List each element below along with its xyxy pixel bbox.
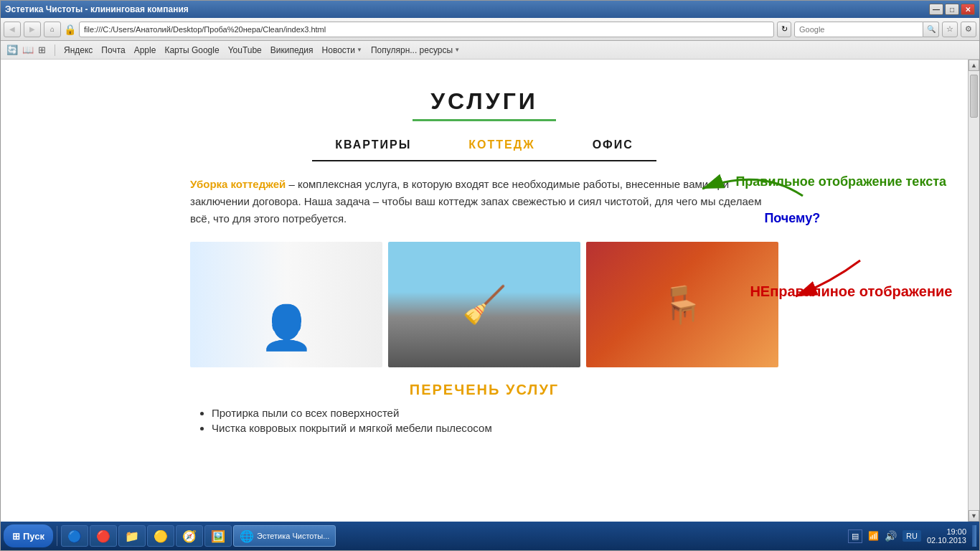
tab-apartments[interactable]: КВАРТИРЫ <box>306 133 440 157</box>
bookmarks-divider <box>55 44 55 56</box>
nav-extra-buttons: ☆ ⚙ <box>942 22 976 37</box>
bookmark-list-icon[interactable]: 📖 <box>22 44 34 55</box>
bookmark-apple[interactable]: Apple <box>134 45 156 55</box>
taskbar-right: ▤ 📶 🔊 RU 19:00 02.10.2013 <box>848 525 976 547</box>
lock-icon: 🔒 <box>64 24 76 35</box>
close-button[interactable]: ✕ <box>961 4 975 15</box>
webpage[interactable]: УСЛУГИ КВАРТИРЫ КОТТЕДЖ ОФИС Уборка котт… <box>1 60 968 522</box>
bookmark-grid-icon[interactable]: ⊞ <box>38 44 46 55</box>
popular-dropdown-arrow: ▼ <box>454 47 460 53</box>
bookmark-wikipedia[interactable]: Википедия <box>270 45 314 55</box>
bookmark-popular[interactable]: Популярн... ресурсы ▼ <box>371 45 460 55</box>
window-title: Эстетика Чистоты - клининговая компания <box>5 4 189 14</box>
tab-cottage[interactable]: КОТТЕДЖ <box>440 133 563 157</box>
windows-logo-icon: ⊞ <box>12 531 20 542</box>
services-list: Протирка пыли со всех поверхностей Чистк… <box>190 407 778 434</box>
bookmarks-bar: 🔄 📖 ⊞ Яндекс Почта Apple Карты Google Yo… <box>1 41 979 60</box>
show-desktop-button[interactable] <box>972 525 976 547</box>
home-button[interactable]: ⌂ <box>44 22 61 37</box>
description-highlight: Уборка коттеджей <box>190 178 286 190</box>
clock-time: 19:00 <box>927 527 966 536</box>
images-row <box>190 242 778 367</box>
titlebar-buttons: — □ ✕ <box>929 4 975 15</box>
bookmark-read-icon[interactable]: 🔄 <box>6 44 18 55</box>
dining-room-image <box>586 242 778 367</box>
bookmark-youtube[interactable]: YouTube <box>228 45 262 55</box>
roof-cleaning-image <box>388 242 580 367</box>
tabs-underline <box>312 160 656 161</box>
tabs-container: КВАРТИРЫ КОТТЕДЖ ОФИС <box>190 133 778 157</box>
taskbar-icon-photos[interactable]: 🖼️ <box>204 525 232 547</box>
refresh-button[interactable]: ↻ <box>777 22 791 37</box>
taskbar-time: 19:00 02.10.2013 <box>927 527 966 545</box>
scrollbar[interactable]: ▲ ▼ <box>968 60 979 522</box>
search-input[interactable] <box>794 22 923 37</box>
address-bar-container: 🔒 ↻ <box>64 22 791 37</box>
back-button[interactable]: ◀ <box>4 22 21 37</box>
bookmark-maps[interactable]: Карты Google <box>164 45 219 55</box>
bookmark-icons: 🔄 📖 ⊞ <box>6 44 46 55</box>
section-underline <box>413 119 556 121</box>
network-icon[interactable]: 📶 <box>868 531 879 541</box>
description-text: Уборка коттеджей – комплексная услуга, в… <box>190 176 778 227</box>
active-item-label: Эстетика Чистоты... <box>257 532 329 540</box>
maximize-button[interactable]: □ <box>945 4 959 15</box>
star-button[interactable]: ☆ <box>942 22 958 37</box>
cleaning-interior-image <box>190 242 382 367</box>
taskbar-icon-explorer[interactable]: 📁 <box>118 525 146 547</box>
section-title: УСЛУГИ <box>190 88 778 115</box>
scrollbar-track[interactable] <box>969 71 979 510</box>
taskbar-icon-safari[interactable]: 🧭 <box>176 525 203 547</box>
bookmark-yandex[interactable]: Яндекс <box>64 45 93 55</box>
language-indicator[interactable]: RU <box>903 530 921 542</box>
show-desktop-icon[interactable]: ▤ <box>848 529 862 543</box>
service-image-2 <box>388 242 580 367</box>
taskbar: ⊞ Пуск 🔵 🔴 📁 🟡 🧭 🖼️ 🌐 Эстетика Чистоты..… <box>1 522 979 550</box>
scrollbar-up-button[interactable]: ▲ <box>969 60 979 71</box>
photos-icon: 🖼️ <box>211 529 225 543</box>
titlebar: Эстетика Чистоты - клининговая компания … <box>1 1 979 18</box>
settings-button[interactable]: ⚙ <box>961 22 976 37</box>
start-label: Пуск <box>23 531 44 542</box>
taskbar-icon-slides[interactable]: 🟡 <box>147 525 174 547</box>
clock-date: 02.10.2013 <box>927 536 966 545</box>
bookmark-mail[interactable]: Почта <box>101 45 125 55</box>
search-button[interactable]: 🔍 <box>923 22 939 37</box>
explorer-icon: 📁 <box>125 529 139 543</box>
slides-icon: 🟡 <box>154 529 168 543</box>
navbar: ◀ ▶ ⌂ 🔒 ↻ 🔍 ☆ ⚙ <box>1 18 979 41</box>
services-list-heading: ПЕРЕЧЕНЬ УСЛУГ <box>190 382 778 398</box>
taskbar-divider <box>57 526 57 546</box>
taskbar-icon-chrome[interactable]: 🔴 <box>90 525 117 547</box>
service-item-2: Чистка ковровых покрытий и мягкой мебели… <box>212 422 778 434</box>
service-image-3 <box>586 242 778 367</box>
bookmark-news[interactable]: Новости ▼ <box>322 45 362 55</box>
search-container: 🔍 <box>794 22 939 37</box>
scrollbar-thumb[interactable] <box>970 75 978 118</box>
scrollbar-down-button[interactable]: ▼ <box>969 510 979 522</box>
ie-icon: 🔵 <box>67 529 82 543</box>
safari-icon: 🧭 <box>182 529 197 543</box>
forward-button[interactable]: ▶ <box>24 22 41 37</box>
content-area: УСЛУГИ КВАРТИРЫ КОТТЕДЖ ОФИС Уборка котт… <box>1 60 979 522</box>
address-input[interactable] <box>79 22 774 37</box>
section-heading: УСЛУГИ <box>190 88 778 121</box>
taskbar-icon-ie[interactable]: 🔵 <box>61 525 88 547</box>
active-browser-icon: 🌐 <box>240 529 254 543</box>
service-item-1: Протирка пыли со всех поверхностей <box>212 407 778 419</box>
taskbar-active-item[interactable]: 🌐 Эстетика Чистоты... <box>233 525 336 547</box>
sound-icon[interactable]: 🔊 <box>885 530 897 542</box>
browser-window: Эстетика Чистоты - клининговая компания … <box>0 0 980 551</box>
start-button[interactable]: ⊞ Пуск <box>4 524 53 547</box>
news-dropdown-arrow: ▼ <box>357 47 362 53</box>
minimize-button[interactable]: — <box>929 4 943 15</box>
service-image-1 <box>190 242 382 367</box>
tab-office[interactable]: ОФИС <box>564 133 662 157</box>
chrome-icon: 🔴 <box>96 529 110 543</box>
page-content: УСЛУГИ КВАРТИРЫ КОТТЕДЖ ОФИС Уборка котт… <box>161 60 807 466</box>
